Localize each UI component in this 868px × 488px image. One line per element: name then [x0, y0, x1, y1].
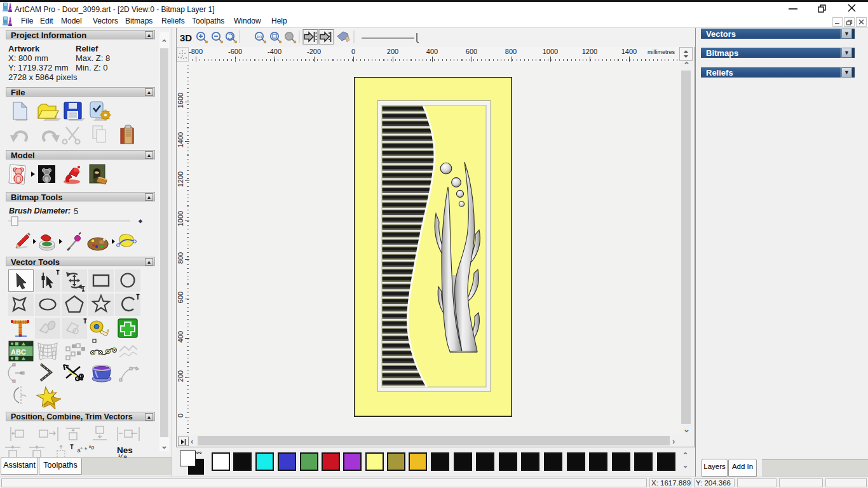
- svg-text:3D: 3D: [180, 32, 192, 43]
- svg-text:1:1: 1:1: [257, 35, 262, 39]
- svg-text:a° + ºo: a° + ºo: [76, 444, 95, 454]
- svg-text:ABC: ABC: [11, 348, 26, 356]
